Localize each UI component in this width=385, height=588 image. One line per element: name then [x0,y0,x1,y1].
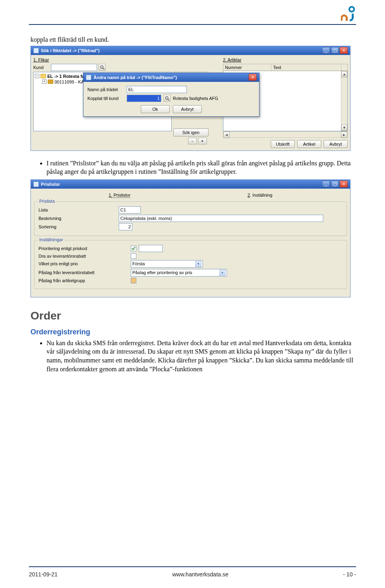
maximize-button-2[interactable]: ▢ [331,181,339,187]
artikel-button[interactable]: Artikel [297,140,321,148]
bullet-prislistor: I rutinen ”Prislistor” kan du nu välja a… [47,159,355,176]
window-titlebar-2: Prislistor _ ▢ ✕ [31,180,350,189]
sortering-input[interactable] [119,223,132,230]
footer-date: 2011-09-21 [29,571,58,578]
priskod-value[interactable] [139,245,163,252]
lookup-icon[interactable] [164,95,170,102]
kund-input[interactable] [51,64,97,71]
tree-expand-icon[interactable]: + [42,79,47,84]
beskrivning-label: Beskrivning [38,216,119,221]
chevron-down-icon: ▼ [219,270,225,276]
priskod-label: Prioritering enligt priskod [38,246,131,251]
sok-igen-button[interactable]: Sök igen [173,128,209,136]
footer-page: - 10 - [343,571,356,578]
tab-installning[interactable]: 2. Inställning [247,193,272,197]
tab-flikar[interactable]: 1. Flikar [33,57,172,62]
kopplat-text: Rotesta fastighets AFG [173,96,218,101]
svg-point-0 [100,65,103,68]
paslag-artgrp-label: Påslag från artikelgrupp [38,278,131,283]
brand-logo [341,6,357,22]
vilket-pris-value: Första [132,261,145,266]
heading-orderregistrering: Orderregistrering [30,328,355,336]
header-rule [29,24,356,25]
group-title-prislista: Prislista [38,199,57,203]
col-text[interactable]: Text [272,64,341,71]
svg-line-1 [103,68,104,69]
window-titlebar: Sök i flikträdet -> ("fliktrad") _ ▢ ✕ [31,46,350,55]
vilket-pris-select[interactable]: Första ▼ [131,260,203,268]
chevron-down-icon: ▼ [195,261,201,267]
folder-icon [41,74,46,78]
tab-artiklar[interactable]: 2. Artiklar [223,57,348,62]
dialog-close-button[interactable]: ✕ [249,74,257,81]
scroll-up-icon[interactable]: ▲ [341,71,347,77]
artiklar-grid-header: Nummer Text [223,64,348,71]
close-button-2[interactable]: ✕ [340,181,348,187]
footer-site: www.hantverksdata.se [172,571,228,578]
lista-label: Lista [38,208,119,212]
lista-input[interactable] [119,206,141,214]
utskrift-button[interactable]: Utskrift [271,140,295,148]
group-prislista: Prislista Lista Beskrivning Sortering [34,201,347,236]
window-title: Sök i flikträdet -> ("fliktrad") [41,48,99,53]
folder-icon [48,79,53,84]
paslag-lev-value: Påslag efter prioritering av pris [132,270,192,275]
close-button[interactable]: ✕ [340,47,348,54]
zoom-in-button[interactable]: + [198,138,207,144]
screenshot-prislistor: Prislistor _ ▢ ✕ 1. Prislistor 2. Instäl… [30,179,351,297]
paslag-lev-select[interactable]: Påslag efter prioritering av pris ▼ [131,269,227,277]
dialog-andra-namn: Ändra namn på träd -> ("FlitTradNamn") ✕… [83,73,259,117]
search-icon[interactable] [99,64,105,71]
vertical-scrollbar[interactable]: ▲ ▼ [341,71,347,131]
dialog-avbryt-button[interactable]: Avbryt [173,105,202,113]
col-nummer[interactable]: Nummer [223,64,272,71]
group-installningar: Inställningar Prioritering enligt prisko… [34,240,347,289]
namn-label: Namn på trädet [87,87,124,92]
page-footer: 2011-09-21 www.hantverksdata.se - 10 - [29,566,356,578]
sortering-label: Sortering [38,224,119,229]
priskod-checkbox[interactable] [131,246,136,251]
screenshot-sok-fliktrad: Sök i flikträdet -> ("fliktrad") _ ▢ ✕ 1… [30,46,351,151]
kund-label: Kund [33,65,49,70]
heading-order: Order [30,309,355,322]
paragraph-1: koppla ett flikträd till en kund. [30,35,355,44]
group-title-installningar: Inställningar [38,237,65,242]
vilket-pris-label: Vilket pris enligt prio [38,261,131,266]
window-title-2: Prislistor [41,182,60,187]
svg-line-3 [168,99,169,100]
kopplat-input[interactable]: 1 [127,95,161,102]
levrabatt-label: Dra av leverantörsrabatt [38,254,131,258]
dialog-ok-button[interactable]: Ok [141,105,170,113]
minimize-button-2[interactable]: _ [322,181,330,187]
namn-input[interactable] [127,86,187,93]
dialog-title: Ändra namn på träd -> ("FlitTradNamn") [93,75,177,80]
paslag-lev-label: Påslag från leverantörstabell [38,270,131,275]
scroll-down-icon[interactable]: ▼ [341,124,347,131]
svg-point-2 [165,96,168,99]
avbryt-button[interactable]: Avbryt [324,140,348,148]
tree-collapse-icon[interactable]: − [35,74,39,78]
kopplat-label: Kopplat till kund [87,96,124,101]
minimize-button[interactable]: _ [322,47,330,54]
scroll-right-icon[interactable]: ► [341,132,347,138]
tab-prislistor[interactable]: 1. Prislistor [109,193,130,197]
zoom-out-button[interactable]: - [188,138,197,144]
levrabatt-checkbox[interactable] [131,253,136,259]
horizontal-scrollbar[interactable]: ◄ ► [223,131,348,138]
bullet-sms: Nu kan du skicka SMS från orderregistret… [47,339,355,373]
maximize-button[interactable]: ▢ [331,47,339,54]
scroll-left-icon[interactable]: ◄ [223,132,230,138]
beskrivning-input[interactable] [119,215,323,222]
paslag-artgrp-checkbox[interactable] [131,278,136,283]
